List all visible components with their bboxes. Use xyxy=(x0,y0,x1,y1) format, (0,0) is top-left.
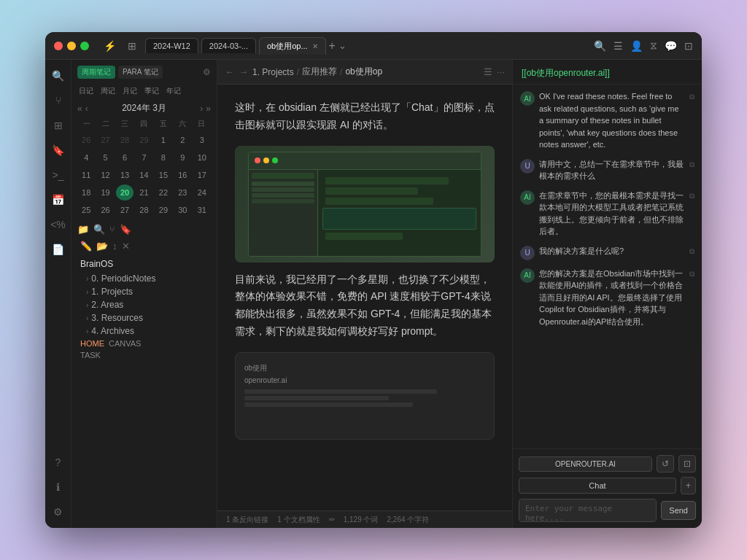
cal-day[interactable]: 6 xyxy=(116,149,133,166)
cal-day[interactable]: 11 xyxy=(77,167,95,183)
cal-day[interactable]: 7 xyxy=(135,149,152,166)
tree-item-resources[interactable]: › 3. Resources xyxy=(77,311,211,324)
back-button[interactable]: ← xyxy=(225,66,234,77)
cal-day[interactable]: 4 xyxy=(77,149,95,166)
cal-day[interactable]: 27 xyxy=(116,202,133,218)
cal-day[interactable]: 12 xyxy=(96,167,114,183)
sidebar-bookmark[interactable]: 🔖 xyxy=(48,140,69,160)
settings-icon[interactable]: ⊡ xyxy=(678,455,696,472)
cal-day[interactable]: 26 xyxy=(96,202,114,218)
tree-item-periodic[interactable]: › 0. PeriodicNotes xyxy=(77,272,211,285)
cal-day[interactable]: 28 xyxy=(116,132,133,148)
new-note-icon[interactable]: ✏️ xyxy=(80,241,92,252)
cal-day[interactable]: 26 xyxy=(77,132,95,148)
tag-home[interactable]: HOME CANVAS xyxy=(77,338,211,349)
plus-icon[interactable]: + xyxy=(681,477,696,494)
cal-day[interactable]: 3 xyxy=(193,132,211,148)
view-tab-diary[interactable]: 日记 xyxy=(76,85,96,98)
cal-day[interactable]: 21 xyxy=(135,184,152,201)
new-tab-button[interactable]: + xyxy=(329,39,336,52)
sidebar-settings[interactable]: ⚙ xyxy=(48,502,69,522)
tab-chevron[interactable]: ⌄ xyxy=(338,40,347,51)
sort-icon[interactable]: ↕ xyxy=(112,241,117,252)
copy-button[interactable]: ⧉ xyxy=(689,246,694,260)
tree-item-areas[interactable]: › 2. Areas xyxy=(77,298,211,311)
sidebar-help[interactable]: ? xyxy=(48,452,69,472)
folder-icon[interactable]: 📁 xyxy=(77,224,89,235)
view-tab-month[interactable]: 月记 xyxy=(120,85,140,98)
copy-button[interactable]: ⧉ xyxy=(689,159,694,182)
more-options-icon[interactable]: ··· xyxy=(497,66,505,77)
bookmark-files-icon[interactable]: 🔖 xyxy=(120,224,131,235)
cal-day-today[interactable]: 20 xyxy=(116,184,133,201)
breadcrumb-recommend[interactable]: 应用推荐 xyxy=(302,66,337,78)
search-files-icon[interactable]: 🔍 xyxy=(93,224,105,235)
cal-day[interactable]: 29 xyxy=(135,132,152,148)
outline-icon[interactable]: ☰ xyxy=(484,66,492,77)
sidebar-grid[interactable]: ⊞ xyxy=(48,115,69,136)
cal-day[interactable]: 13 xyxy=(116,167,133,183)
cal-day[interactable]: 2 xyxy=(174,132,191,148)
cal-day[interactable]: 9 xyxy=(174,149,191,166)
cal-next-button[interactable]: › xyxy=(200,104,203,114)
cal-day[interactable]: 22 xyxy=(155,184,172,201)
view-tab-quarter[interactable]: 季记 xyxy=(142,85,162,98)
cal-day[interactable]: 24 xyxy=(193,184,211,201)
git-icon[interactable]: ⑂ xyxy=(109,224,115,235)
cal-day[interactable]: 5 xyxy=(96,149,114,166)
chat-input[interactable] xyxy=(519,499,657,522)
cal-day[interactable]: 17 xyxy=(193,167,211,183)
cal-next-next-button[interactable]: » xyxy=(206,104,211,114)
cal-day[interactable]: 27 xyxy=(96,132,114,148)
cal-day[interactable]: 14 xyxy=(135,167,152,183)
calendar-settings-icon[interactable]: ⚙ xyxy=(203,67,211,77)
breadcrumb-projects[interactable]: 1. Projects xyxy=(252,67,294,77)
chat-send-button[interactable]: Send xyxy=(661,501,696,520)
cal-day[interactable]: 28 xyxy=(135,202,152,218)
filter-icon[interactable]: ⧖ xyxy=(650,39,657,52)
cal-day[interactable]: 29 xyxy=(155,202,172,218)
sidebar-calendar-active[interactable]: 📅 xyxy=(48,190,69,210)
cal-day[interactable]: 15 xyxy=(155,167,172,183)
more-icon[interactable]: ✕ xyxy=(122,241,130,252)
menu-icon[interactable]: ☰ xyxy=(614,40,623,52)
tree-root[interactable]: BrainOS xyxy=(77,257,211,271)
tree-item-archives[interactable]: › 4. Archives xyxy=(77,324,211,338)
copy-button[interactable]: ⧉ xyxy=(689,190,694,238)
chat-model-selector[interactable]: OPENROUTER.AI xyxy=(519,456,652,472)
cal-prev-prev-button[interactable]: « xyxy=(77,104,82,114)
people-icon[interactable]: 👤 xyxy=(630,40,643,52)
sidebar-toggle-icon[interactable]: ⊡ xyxy=(684,40,693,52)
copy-button[interactable]: ⧉ xyxy=(689,91,694,151)
chat-type-button[interactable]: Chat xyxy=(519,478,676,494)
maximize-button[interactable] xyxy=(80,42,89,50)
sidebar-terminal[interactable]: >_ xyxy=(48,165,69,185)
cal-day[interactable]: 1 xyxy=(155,132,172,148)
tab-1[interactable]: 2024-W12 xyxy=(145,38,198,53)
para-notes-badge[interactable]: PARA 笔记 xyxy=(118,66,163,79)
cal-day[interactable]: 25 xyxy=(77,202,95,218)
sidebar-search[interactable]: 🔍 xyxy=(48,66,69,86)
cal-day[interactable]: 10 xyxy=(193,149,211,166)
cal-day[interactable]: 30 xyxy=(174,202,191,218)
sidebar-code[interactable]: <% xyxy=(48,214,69,235)
tab-2[interactable]: 2024-03-... xyxy=(201,38,256,53)
sidebar-info[interactable]: ℹ xyxy=(48,477,69,497)
cal-day[interactable]: 19 xyxy=(96,184,114,201)
new-folder-icon[interactable]: 📂 xyxy=(96,241,108,252)
sidebar-file[interactable]: 📄 xyxy=(48,239,69,260)
refresh-icon[interactable]: ↺ xyxy=(657,455,674,472)
cal-prev-button[interactable]: ‹ xyxy=(85,104,88,114)
view-tab-year[interactable]: 年记 xyxy=(163,85,184,98)
tab-close-button[interactable]: ✕ xyxy=(312,42,318,50)
tab-3[interactable]: ob使用op... ✕ xyxy=(259,37,326,55)
search-icon[interactable]: 🔍 xyxy=(594,40,606,52)
view-tab-week[interactable]: 周记 xyxy=(98,85,118,98)
tree-item-projects[interactable]: › 1. Projects xyxy=(77,285,211,298)
cal-day[interactable]: 31 xyxy=(193,202,211,218)
forward-button[interactable]: → xyxy=(239,66,248,77)
copy-button[interactable]: ⧉ xyxy=(689,268,694,328)
cal-day[interactable]: 8 xyxy=(155,149,172,166)
minimize-button[interactable] xyxy=(67,42,76,50)
tag-task[interactable]: TASK xyxy=(77,349,211,361)
